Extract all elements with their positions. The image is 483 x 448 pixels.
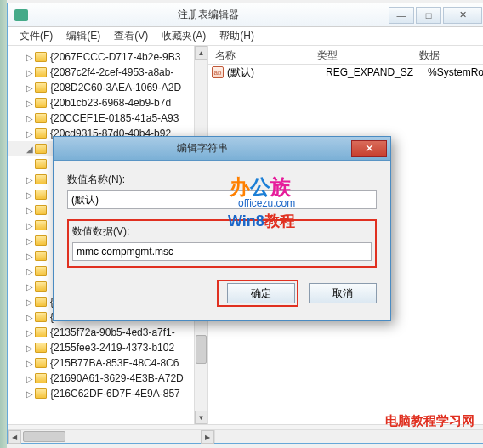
menubar: 文件(F) 编辑(E) 查看(V) 收藏夹(A) 帮助(H) xyxy=(8,27,483,46)
folder-icon xyxy=(35,205,47,215)
scroll-down-button[interactable]: ▼ xyxy=(195,411,207,424)
dialog-body: 数值名称(N): 数值数据(V): 确定 取消 xyxy=(54,161,390,320)
value-name-field[interactable] xyxy=(67,190,377,209)
header-data[interactable]: 数据 xyxy=(412,46,483,64)
value-name-label: 数值名称(N): xyxy=(67,173,377,187)
folder-icon xyxy=(35,98,47,108)
list-row[interactable]: ab (默认) REG_EXPAND_SZ %SystemRo xyxy=(208,65,483,80)
folder-icon xyxy=(35,358,47,368)
app-icon xyxy=(14,9,28,21)
expander-icon[interactable]: ▷ xyxy=(25,282,35,292)
tree-item[interactable]: ▷{2067ECCC-D717-4b2e-9B3 xyxy=(8,49,207,65)
folder-icon xyxy=(35,327,47,337)
folder-icon xyxy=(35,128,47,139)
scroll-up-button[interactable]: ▲ xyxy=(195,46,207,60)
cancel-button[interactable]: 取消 xyxy=(309,283,377,303)
tree-item[interactable]: ▷{216C62DF-6D7F-4E9A-857 xyxy=(8,386,207,401)
folder-icon xyxy=(35,67,47,77)
folder-icon xyxy=(35,159,47,169)
expander-icon[interactable]: ▷ xyxy=(25,267,35,276)
folder-icon xyxy=(35,297,47,307)
dialog-title: 编辑字符串 xyxy=(54,141,351,156)
tree-horizontal-scrollbar[interactable]: ◀ ▶ xyxy=(8,430,215,443)
dialog-buttons: 确定 取消 xyxy=(67,280,377,307)
value-type: REG_EXPAND_SZ xyxy=(326,66,428,78)
tree-item[interactable]: ▷{2087c2f4-2cef-4953-a8ab- xyxy=(8,65,207,80)
folder-icon xyxy=(35,52,47,62)
decorative-edge xyxy=(0,0,7,448)
tree-item[interactable]: ▷{20CCEF1E-0185-41a5-A93 xyxy=(8,111,207,126)
value-data-label: 数值数据(V): xyxy=(72,224,372,239)
expander-icon[interactable]: ▷ xyxy=(25,175,35,184)
menu-help[interactable]: 帮助(H) xyxy=(213,29,261,43)
scroll-right-button[interactable]: ▶ xyxy=(201,430,214,444)
header-name[interactable]: 名称 xyxy=(208,46,310,64)
tree-item[interactable]: ▷{2135f72a-90b5-4ed3-a7f1- xyxy=(8,325,207,340)
expander-icon[interactable]: ▷ xyxy=(25,236,35,246)
window-title: 注册表编辑器 xyxy=(28,8,389,22)
menu-view[interactable]: 查看(V) xyxy=(107,29,155,43)
folder-icon xyxy=(35,235,47,246)
scroll-thumb[interactable] xyxy=(23,431,65,442)
scroll-left-button[interactable]: ◀ xyxy=(8,430,21,444)
folder-icon xyxy=(35,312,47,322)
expander-icon[interactable]: ▷ xyxy=(25,252,35,261)
folder-icon xyxy=(35,251,47,261)
tree-item[interactable]: ▷{20b1cb23-6968-4eb9-b7d xyxy=(8,95,207,111)
folder-icon xyxy=(35,220,47,230)
edit-string-dialog: 编辑字符串 ✕ 数值名称(N): 数值数据(V): 确定 取消 xyxy=(53,136,391,321)
expander-icon[interactable]: ▷ xyxy=(25,221,35,230)
value-data-field[interactable] xyxy=(72,242,372,261)
expander-icon[interactable]: ▷ xyxy=(25,53,35,62)
highlight-box-data: 数值数据(V): xyxy=(67,219,377,268)
highlight-box-ok: 确定 xyxy=(217,280,298,307)
scroll-thumb[interactable] xyxy=(196,335,207,364)
ok-button[interactable]: 确定 xyxy=(227,283,295,303)
maximize-button[interactable]: □ xyxy=(416,7,441,24)
expander-icon[interactable]: ▷ xyxy=(25,190,35,200)
window-controls: — □ ✕ xyxy=(389,7,483,24)
folder-icon xyxy=(35,190,47,200)
expander-icon[interactable]: ▷ xyxy=(25,129,35,139)
tree-item[interactable]: ▷{2155fee3-2419-4373-b102 xyxy=(8,340,207,355)
tree-item[interactable]: ▷{215B77BA-853F-48C4-8C6 xyxy=(8,355,207,371)
tree-item[interactable]: ▷{208D2C60-3AEA-1069-A2D xyxy=(8,80,207,95)
list-header: 名称 类型 数据 xyxy=(208,46,483,65)
expander-icon[interactable]: ▷ xyxy=(25,68,35,77)
expander-icon[interactable]: ▷ xyxy=(25,206,35,215)
folder-icon xyxy=(35,343,47,353)
folder-icon xyxy=(35,281,47,292)
expander-icon[interactable]: ▷ xyxy=(25,328,35,337)
expander-icon[interactable]: ▷ xyxy=(25,389,35,399)
expander-icon[interactable]: ◢ xyxy=(25,145,35,154)
expander-icon[interactable]: ▷ xyxy=(25,374,35,383)
header-type[interactable]: 类型 xyxy=(310,46,412,64)
expander-icon[interactable]: ▷ xyxy=(25,99,35,108)
folder-icon xyxy=(35,174,47,184)
folder-icon xyxy=(35,388,47,399)
expander-icon[interactable]: ▷ xyxy=(25,298,35,307)
expander-icon[interactable]: ▷ xyxy=(25,114,35,123)
horizontal-scrollbars: ◀ ▶ xyxy=(8,429,483,443)
value-data: %SystemRo xyxy=(428,66,483,78)
menu-file[interactable]: 文件(F) xyxy=(13,29,60,43)
expander-icon[interactable]: ▷ xyxy=(25,359,35,368)
menu-edit[interactable]: 编辑(E) xyxy=(60,29,107,43)
value-name: (默认) xyxy=(227,65,326,80)
folder-icon xyxy=(35,373,47,383)
tree-item[interactable]: ▷{21690A61-3629-4E3B-A72D xyxy=(8,371,207,386)
menu-favorites[interactable]: 收藏夹(A) xyxy=(155,29,213,43)
folder-icon xyxy=(35,266,47,276)
expander-icon[interactable]: ▷ xyxy=(25,343,35,353)
minimize-button[interactable]: — xyxy=(389,7,414,24)
expander-icon[interactable]: ▷ xyxy=(25,313,35,322)
string-value-icon: ab xyxy=(212,66,224,78)
close-button[interactable]: ✕ xyxy=(443,7,482,24)
folder-icon xyxy=(35,82,47,93)
titlebar[interactable]: 注册表编辑器 — □ ✕ xyxy=(8,3,483,27)
expander-icon[interactable]: ▷ xyxy=(25,83,35,93)
dialog-close-button[interactable]: ✕ xyxy=(351,140,387,157)
dialog-titlebar[interactable]: 编辑字符串 ✕ xyxy=(54,137,390,161)
folder-icon xyxy=(35,144,47,154)
folder-icon xyxy=(35,113,47,123)
